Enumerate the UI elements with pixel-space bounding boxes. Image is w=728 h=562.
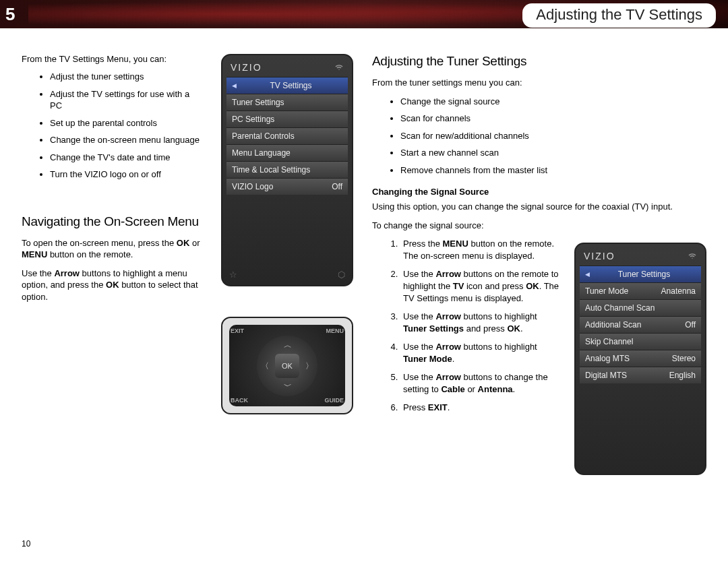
text: buttons to highlight xyxy=(461,311,537,321)
exit-label: EXIT xyxy=(231,327,244,334)
bullet-item: Scan for channels xyxy=(400,113,561,125)
back-label: BACK xyxy=(231,397,248,404)
bold-ok: OK xyxy=(177,238,190,248)
bold-ok: OK xyxy=(526,281,539,291)
bold-ok: OK xyxy=(507,323,520,334)
row-label: Parental Controls xyxy=(232,131,295,141)
page-number: 10 xyxy=(22,539,30,549)
tv-settings-screenshot: VIZIO TV Settings Tuner Settings PC Sett… xyxy=(221,54,353,286)
bullet-item: Start a new channel scan xyxy=(400,147,561,159)
signal-source-steps: Press the MENU button on the remote. The… xyxy=(400,238,561,414)
nav-paragraph-2: Use the Arrow buttons to highlight a men… xyxy=(22,268,202,303)
step-3: Use the Arrow buttons to highlight Tuner… xyxy=(400,311,561,334)
bold-menu: MENU xyxy=(22,249,47,259)
row-value: English xyxy=(669,371,696,380)
chapter-title: Adjusting the TV Settings xyxy=(522,3,716,28)
text: . xyxy=(452,354,455,364)
steps-intro: To change the signal source: xyxy=(372,220,561,232)
menu-row-time-local: Time & Local Settings xyxy=(226,161,348,178)
bold-arrow: Arrow xyxy=(54,268,80,278)
row-value: Stereo xyxy=(672,354,696,363)
row-value: Off xyxy=(332,182,342,191)
bullet-item: Change the on-screen menu language xyxy=(50,134,202,146)
ok-button-label: OK xyxy=(275,354,299,378)
menu-row-pc-settings: PC Settings xyxy=(226,111,348,127)
text: Use the xyxy=(403,311,435,321)
bold-arrow: Arrow xyxy=(435,311,461,321)
text: . xyxy=(448,402,450,412)
row-label: Additional Scan xyxy=(585,320,641,330)
bullet-item: Set up the parental controls xyxy=(50,117,202,129)
menu-row-digital-mts: Digital MTSEnglish xyxy=(580,367,701,383)
tv-settings-intro: From the TV Settings Menu, you can: xyxy=(22,54,202,64)
row-label: Tuner Mode xyxy=(585,286,628,296)
row-value: Anatenna xyxy=(661,286,696,296)
text: Use the xyxy=(22,268,54,278)
bold-cable: Cable xyxy=(441,384,464,394)
tuner-settings-screenshot: VIZIO Tuner Settings Tuner ModeAnatenna … xyxy=(574,243,706,475)
menu-row-tuner-settings: Tuner Settings xyxy=(580,266,701,282)
star-icon: ☆ xyxy=(229,270,237,280)
step-1: Press the MENU button on the remote. The… xyxy=(400,238,561,261)
arrow-left-icon: 〈 xyxy=(261,361,269,372)
chapter-header: 5 Adjusting the TV Settings xyxy=(0,0,728,28)
step-5: Use the Arrow buttons to change the sett… xyxy=(400,371,561,395)
nav-paragraph-1: To open the on-screen menu, press the OK… xyxy=(22,237,202,261)
menu-row-tv-settings: TV Settings xyxy=(226,77,348,94)
arrow-right-icon: 〉 xyxy=(305,361,313,372)
right-column: Adjusting the Tuner Settings From the tu… xyxy=(372,54,706,475)
menu-row-vizio-logo: VIZIO LogoOff xyxy=(226,178,348,195)
dpad: ︿ ﹀ 〈 〉 OK xyxy=(257,336,317,396)
text: . xyxy=(520,323,523,334)
bold-antenna: Antenna xyxy=(478,384,513,394)
menu-row-tuner-mode: Tuner ModeAnatenna xyxy=(580,282,701,299)
remote-body: EXIT MENU BACK GUIDE ︿ ﹀ 〈 〉 OK xyxy=(229,325,345,406)
row-label: Digital MTS xyxy=(585,371,627,380)
text: or xyxy=(189,238,200,248)
step-6: Press EXIT. xyxy=(400,402,561,414)
text: and press xyxy=(464,323,507,334)
tv-settings-bullets: Adjust the tuner settings Adjust the TV … xyxy=(50,71,202,181)
wifi-icon xyxy=(334,63,344,71)
text: . xyxy=(513,384,516,394)
row-label: TV Settings xyxy=(270,81,311,90)
step-2: Use the Arrow buttons on the remote to h… xyxy=(400,268,561,304)
text: Press the xyxy=(403,239,443,249)
device-fill xyxy=(580,383,701,468)
device-footer: ☆⬡ xyxy=(226,268,348,280)
bullet-item: Change the TV's date and time xyxy=(50,152,202,164)
menu-row-tuner-settings: Tuner Settings xyxy=(226,94,348,111)
tuner-heading: Adjusting the Tuner Settings xyxy=(372,54,561,69)
bold-tv: TV xyxy=(453,281,464,291)
arrow-down-icon: ﹀ xyxy=(284,381,292,392)
page-content: From the TV Settings Menu, you can: Adju… xyxy=(0,28,728,475)
menu-row-additional-scan: Additional ScanOff xyxy=(580,316,701,333)
row-label: Analog MTS xyxy=(585,354,630,363)
device-brand-row: VIZIO xyxy=(580,249,701,266)
bullet-item: Adjust the TV settings for use with a PC xyxy=(50,88,202,112)
left-column: From the TV Settings Menu, you can: Adju… xyxy=(22,54,202,475)
menu-row-parental: Parental Controls xyxy=(226,127,348,144)
text: button on the remote. xyxy=(47,249,133,259)
row-label: Menu Language xyxy=(232,148,291,158)
bold-arrow: Arrow xyxy=(435,342,461,352)
bullet-item: Change the signal source xyxy=(400,96,561,108)
step-4: Use the Arrow buttons to highlight Tuner… xyxy=(400,341,561,365)
row-label: VIZIO Logo xyxy=(232,182,273,191)
device-fill xyxy=(226,195,348,268)
menu-row-analog-mts: Analog MTSStereo xyxy=(580,350,701,367)
remote-screenshot: EXIT MENU BACK GUIDE ︿ ﹀ 〈 〉 OK xyxy=(221,317,353,414)
bullet-item: Scan for new/additional channels xyxy=(400,130,561,142)
text: Use the xyxy=(403,372,435,382)
menu-row-menu-lang: Menu Language xyxy=(226,144,348,161)
brand-label: VIZIO xyxy=(231,62,262,73)
menu-label: MENU xyxy=(326,327,344,334)
row-label: Time & Local Settings xyxy=(232,165,310,175)
signal-source-heading: Changing the Signal Source xyxy=(372,187,561,197)
bold-arrow: Arrow xyxy=(435,372,461,382)
logo-icon: ⬡ xyxy=(338,270,345,280)
row-label: Auto Channel Scan xyxy=(585,303,655,313)
row-label: Skip Channel xyxy=(585,337,633,346)
text: Use the xyxy=(403,342,435,352)
menu-row-skip-channel: Skip Channel xyxy=(580,333,701,350)
